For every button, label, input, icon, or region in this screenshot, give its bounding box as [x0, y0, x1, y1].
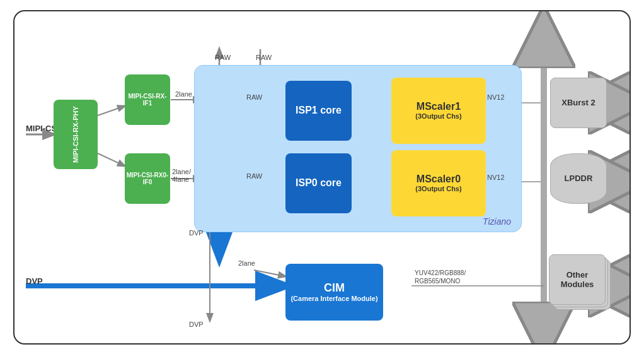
mipi-csi-rx-phy-block: MIPI-CSI-RX-PHY [54, 100, 98, 169]
dvp-label: DVP [26, 276, 43, 286]
xburst2-block: XBurst 2 [550, 78, 607, 128]
nv12-1-label: NV12 [487, 93, 505, 101]
raw4-label: RAW [246, 172, 262, 180]
svg-line-20 [254, 270, 285, 276]
lpddr-block: LPDDR [550, 153, 607, 204]
mscaler1-block: MScaler1 (3Output Chs) [391, 78, 486, 144]
cim-block: CIM (Camera Interface Module) [285, 264, 383, 321]
lane3-label: 2lane [238, 259, 255, 267]
svg-line-1 [98, 106, 125, 115]
isp0-block: ISP0 core [285, 153, 352, 213]
yuv-label: YUV422/RGB888/RGB565/MONO [415, 269, 466, 285]
mscaler0-title: MScaler0 [417, 174, 461, 185]
cim-sub: (Camera Interface Module) [290, 295, 377, 302]
dvp2-label: DVP [189, 321, 204, 328]
tiziano-label: Tiziano [483, 216, 511, 227]
mscaler0-sub: (3Output Chs) [415, 185, 461, 192]
diagram-container: MIPI-CSI DVP MIPI-CSI-RX-PHY MIPI-CSI-RX… [13, 10, 631, 345]
cim-title: CIM [324, 281, 345, 295]
raw1-label: RAW [215, 54, 231, 61]
mscaler1-sub: (3Output Chs) [415, 112, 461, 120]
nv12-2-label: NV12 [487, 174, 505, 181]
mipi-csi-rx-if0-block: MIPI-CSI-RX0-IF0 [125, 153, 170, 204]
raw2-label: RAW [256, 54, 272, 61]
other-modules-block: Other Modules [549, 254, 611, 310]
isp1-block: ISP1 core [285, 81, 352, 141]
mscaler1-title: MScaler1 [417, 101, 461, 112]
mipi-csi-rx-if1-block: MIPI-CSI-RX-IF1 [125, 74, 170, 125]
svg-line-2 [98, 153, 125, 166]
dvp1-label: DVP [189, 229, 204, 237]
raw3-label: RAW [246, 93, 262, 101]
mscaler0-block: MScaler0 (3Output Chs) [391, 150, 486, 216]
lane2-label: 2lane/4lane [172, 168, 191, 183]
lane1-label: 2lane [175, 90, 192, 98]
